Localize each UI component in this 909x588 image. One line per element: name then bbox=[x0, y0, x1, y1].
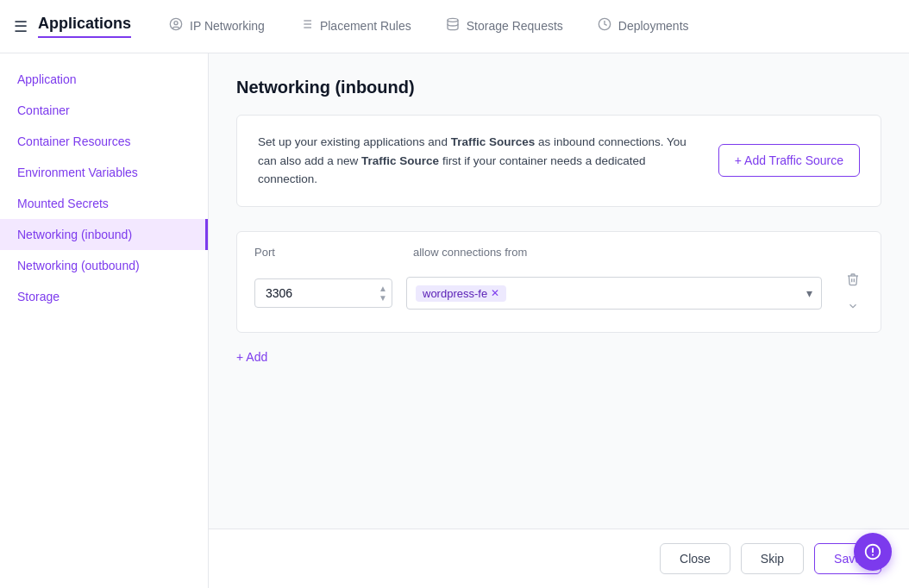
port-row: Port allow connections from ▲ ▼ wordpres… bbox=[236, 231, 881, 333]
connections-input-wrapper[interactable]: wordpress-fe ✕ ▾ bbox=[406, 277, 822, 310]
info-bold-1: Traffic Sources bbox=[451, 135, 536, 148]
help-icon bbox=[863, 542, 882, 561]
connections-chevron-icon[interactable]: ▾ bbox=[806, 286, 812, 300]
add-row-button[interactable]: + Add bbox=[236, 347, 267, 367]
hamburger-icon[interactable]: ☰ bbox=[14, 17, 28, 36]
delete-row-button[interactable] bbox=[843, 269, 863, 293]
ip-networking-icon bbox=[169, 17, 183, 34]
nav-tabs: IP Networking Placement Rules Storage Re… bbox=[152, 0, 706, 53]
sidebar-item-environment-variables-label: Environment Variables bbox=[17, 166, 138, 179]
expand-row-button[interactable] bbox=[843, 297, 862, 318]
port-down-arrow[interactable]: ▼ bbox=[379, 294, 387, 303]
info-text-1: Set up your existing applications and bbox=[258, 135, 451, 148]
tab-ip-networking[interactable]: IP Networking bbox=[152, 0, 282, 53]
sidebar-item-container-label: Container bbox=[17, 103, 70, 117]
brand-label: Applications bbox=[38, 15, 131, 38]
trash-icon bbox=[846, 272, 860, 286]
tag-remove-button[interactable]: ✕ bbox=[491, 288, 499, 298]
help-bubble[interactable] bbox=[854, 533, 892, 571]
sidebar-item-storage-label: Storage bbox=[17, 290, 60, 303]
close-button[interactable]: Close bbox=[660, 543, 730, 574]
skip-button[interactable]: Skip bbox=[741, 543, 804, 574]
tab-ip-networking-label: IP Networking bbox=[190, 19, 265, 33]
sidebar-item-networking-inbound[interactable]: Networking (inbound) bbox=[0, 219, 208, 250]
page-title: Networking (inbound) bbox=[236, 78, 881, 97]
main-layout: Application Container Container Resource… bbox=[0, 53, 909, 588]
port-row-header: Port allow connections from bbox=[254, 246, 863, 259]
tab-storage-requests[interactable]: Storage Requests bbox=[429, 0, 580, 53]
sidebar: Application Container Container Resource… bbox=[0, 53, 209, 588]
tag-label: wordpress-fe bbox=[423, 287, 487, 300]
connections-column-header: allow connections from bbox=[413, 246, 863, 259]
add-traffic-source-button[interactable]: + Add Traffic Source bbox=[718, 144, 860, 177]
content-area: Networking (inbound) Set up your existin… bbox=[209, 53, 909, 588]
placement-rules-icon bbox=[299, 17, 313, 34]
add-traffic-source-label: + Add Traffic Source bbox=[735, 153, 843, 167]
info-bold-2: Traffic Source bbox=[361, 154, 439, 167]
info-card: Set up your existing applications and Tr… bbox=[236, 115, 881, 207]
sidebar-item-environment-variables[interactable]: Environment Variables bbox=[0, 157, 208, 188]
sidebar-item-mounted-secrets[interactable]: Mounted Secrets bbox=[0, 188, 208, 219]
port-row-inputs: ▲ ▼ wordpress-fe ✕ ▾ bbox=[254, 269, 863, 318]
storage-requests-icon bbox=[446, 17, 460, 34]
sidebar-item-networking-inbound-label: Networking (inbound) bbox=[17, 228, 132, 241]
sidebar-item-application[interactable]: Application bbox=[0, 64, 208, 95]
add-row-label: + Add bbox=[236, 350, 267, 364]
tab-deployments-label: Deployments bbox=[618, 19, 689, 33]
sidebar-item-storage[interactable]: Storage bbox=[0, 281, 208, 312]
top-nav: ☰ Applications IP Networking Placement R… bbox=[0, 0, 909, 53]
sidebar-item-mounted-secrets-label: Mounted Secrets bbox=[17, 197, 109, 210]
sidebar-item-container-resources[interactable]: Container Resources bbox=[0, 126, 208, 157]
svg-point-8 bbox=[448, 18, 458, 22]
svg-point-1 bbox=[174, 21, 178, 24]
port-column-header: Port bbox=[254, 246, 392, 259]
sidebar-item-networking-outbound[interactable]: Networking (outbound) bbox=[0, 250, 208, 281]
chevron-down-icon bbox=[847, 300, 859, 312]
sidebar-item-container-resources-label: Container Resources bbox=[17, 134, 131, 148]
port-input-wrapper: ▲ ▼ bbox=[254, 278, 392, 308]
deployments-icon bbox=[598, 17, 611, 34]
sidebar-item-container[interactable]: Container bbox=[0, 95, 208, 126]
port-spinners[interactable]: ▲ ▼ bbox=[379, 285, 387, 303]
tab-storage-requests-label: Storage Requests bbox=[467, 19, 563, 33]
tab-placement-rules-label: Placement Rules bbox=[320, 19, 411, 33]
port-up-arrow[interactable]: ▲ bbox=[379, 285, 387, 293]
port-input[interactable] bbox=[254, 278, 392, 308]
row-actions bbox=[843, 269, 863, 318]
tab-deployments[interactable]: Deployments bbox=[580, 0, 706, 53]
sidebar-item-application-label: Application bbox=[17, 72, 77, 86]
content-inner: Networking (inbound) Set up your existin… bbox=[209, 53, 909, 529]
connection-tag: wordpress-fe ✕ bbox=[416, 285, 506, 302]
info-card-text: Set up your existing applications and Tr… bbox=[258, 133, 689, 189]
content-footer: Close Skip Save bbox=[209, 529, 909, 588]
tab-placement-rules[interactable]: Placement Rules bbox=[282, 0, 429, 53]
sidebar-item-networking-outbound-label: Networking (outbound) bbox=[17, 259, 140, 272]
